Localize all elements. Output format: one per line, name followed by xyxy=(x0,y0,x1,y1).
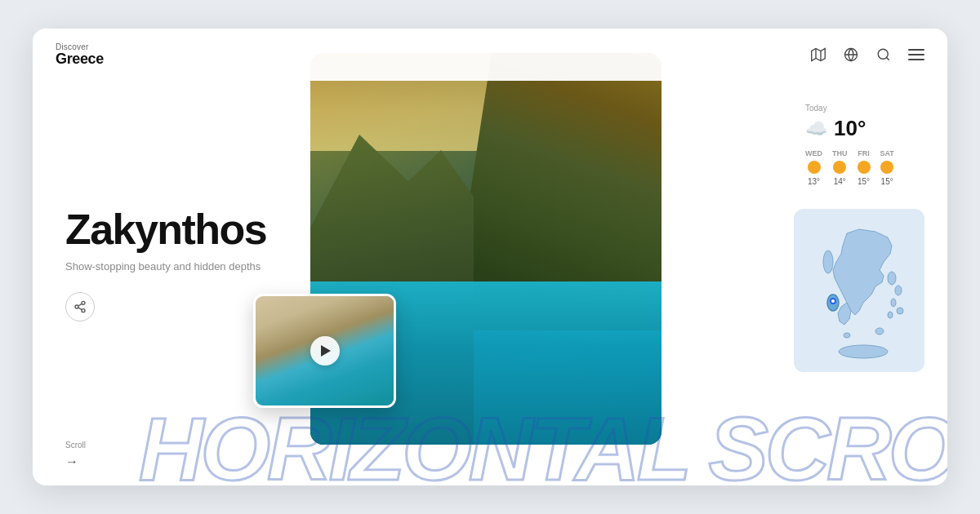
svg-line-11 xyxy=(78,304,82,306)
scroll-label: Scroll xyxy=(65,441,86,450)
svg-point-16 xyxy=(831,299,835,303)
svg-point-5 xyxy=(878,49,888,59)
svg-point-21 xyxy=(888,312,893,318)
svg-point-22 xyxy=(875,328,884,335)
svg-line-10 xyxy=(78,308,82,310)
forecast-day-fri: FRI 15° xyxy=(858,149,871,186)
weather-today-row: ☁️ 10° xyxy=(805,116,913,141)
left-content: Zakynthos Show-stopping beauty and hidde… xyxy=(65,208,266,321)
weather-widget: Today ☁️ 10° WED 13° THU 14° FRI xyxy=(794,94,924,196)
forecast-dot-wed xyxy=(808,161,821,174)
greece-map-svg xyxy=(802,217,916,364)
svg-point-23 xyxy=(844,333,850,338)
forecast-label-thu: THU xyxy=(832,149,848,157)
right-panel: Today ☁️ 10° WED 13° THU 14° FRI xyxy=(794,94,924,372)
destination-subtitle: Show-stopping beauty and hidden depths xyxy=(65,260,266,273)
app-container: Discover Greece xyxy=(33,29,947,485)
svg-point-9 xyxy=(82,309,85,312)
svg-point-20 xyxy=(897,308,903,314)
forecast-label-sat: SAT xyxy=(880,149,894,157)
forecast-dot-sat xyxy=(880,161,893,174)
watermark-text: HORIZONTAL SCROL xyxy=(139,397,947,485)
svg-point-19 xyxy=(891,299,896,307)
forecast-dot-thu xyxy=(833,161,846,174)
forecast-temp-fri: 15° xyxy=(858,177,870,186)
weather-forecast: WED 13° THU 14° FRI 15° SAT 15° xyxy=(805,149,913,186)
svg-point-12 xyxy=(839,345,888,358)
destination-title: Zakynthos xyxy=(65,208,266,250)
forecast-temp-sat: 15° xyxy=(881,177,893,186)
play-button[interactable] xyxy=(310,336,340,366)
header: Discover Greece xyxy=(33,29,947,81)
svg-line-6 xyxy=(886,57,889,60)
menu-icon[interactable] xyxy=(908,49,924,60)
forecast-day-wed: WED 13° xyxy=(805,149,822,186)
svg-point-18 xyxy=(895,286,902,295)
svg-point-17 xyxy=(888,272,896,285)
forecast-label-fri: FRI xyxy=(858,149,870,157)
search-icon[interactable] xyxy=(875,47,892,63)
forecast-dot-fri xyxy=(858,161,871,174)
small-photo-overlay[interactable] xyxy=(253,294,396,408)
globe-icon[interactable] xyxy=(843,47,859,63)
cloud-icon: ☁️ xyxy=(805,118,827,140)
forecast-label-wed: WED xyxy=(805,149,822,157)
header-icons xyxy=(810,47,924,63)
svg-point-13 xyxy=(823,250,833,273)
svg-marker-0 xyxy=(812,49,826,61)
forecast-temp-wed: 13° xyxy=(808,177,820,186)
logo: Discover Greece xyxy=(56,42,104,68)
small-photo-bg xyxy=(256,296,394,405)
share-button[interactable] xyxy=(65,292,95,321)
svg-point-7 xyxy=(82,301,85,304)
svg-point-8 xyxy=(75,305,78,308)
logo-greece: Greece xyxy=(56,51,104,68)
forecast-day-thu: THU 14° xyxy=(832,149,848,186)
weather-today-label: Today xyxy=(805,104,913,113)
logo-discover: Discover xyxy=(56,42,104,51)
weather-temp-big: 10° xyxy=(834,116,866,141)
map-widget xyxy=(794,209,924,372)
bottom-bar: Scroll → xyxy=(65,441,86,469)
scroll-arrow: → xyxy=(65,454,86,469)
forecast-day-sat: SAT 15° xyxy=(880,149,894,186)
map-icon[interactable] xyxy=(810,47,826,63)
forecast-temp-thu: 14° xyxy=(834,177,846,186)
